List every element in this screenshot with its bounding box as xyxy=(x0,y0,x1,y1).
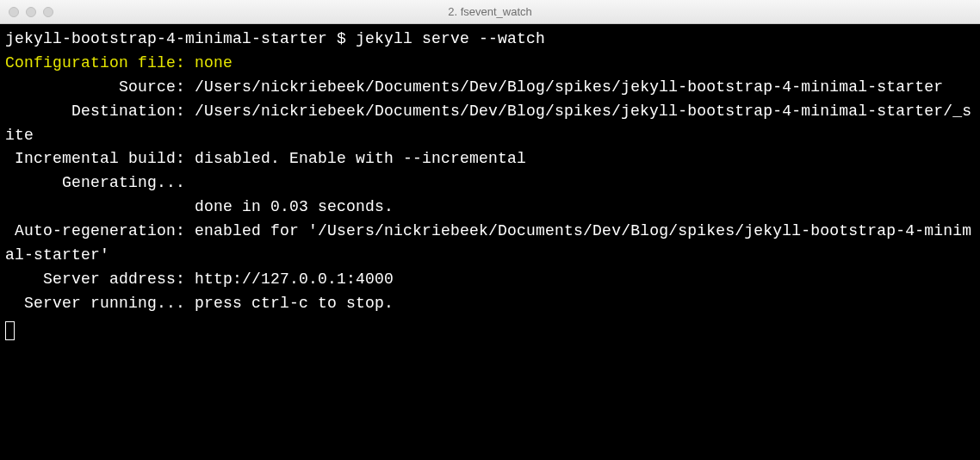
destination-line: Destination: /Users/nickriebeek/Document… xyxy=(5,103,971,144)
zoom-icon[interactable] xyxy=(43,7,53,17)
config-file-label: Configuration file: xyxy=(5,54,195,71)
server-running-line: Server running... press ctrl-c to stop. xyxy=(5,295,394,312)
terminal-output[interactable]: jekyll-bootstrap-4-minimal-starter $ jek… xyxy=(0,24,980,460)
window-titlebar: 2. fsevent_watch xyxy=(0,0,980,24)
source-line: Source: /Users/nickriebeek/Documents/Dev… xyxy=(5,78,943,96)
traffic-lights xyxy=(0,7,53,17)
incremental-line: Incremental build: disabled. Enable with… xyxy=(5,150,526,167)
cursor-icon xyxy=(5,321,15,340)
done-line: done in 0.03 seconds. xyxy=(5,198,394,215)
config-file-value: none xyxy=(195,54,233,71)
window-title: 2. fsevent_watch xyxy=(0,5,980,18)
generating-line: Generating... xyxy=(5,174,195,191)
auto-regen-line: Auto-regeneration: enabled for '/Users/n… xyxy=(5,222,971,264)
shell-prompt: jekyll-bootstrap-4-minimal-starter $ xyxy=(5,30,356,47)
minimize-icon[interactable] xyxy=(26,7,36,17)
close-icon[interactable] xyxy=(9,7,19,17)
command-text: jekyll serve --watch xyxy=(356,30,545,47)
server-address-line: Server address: http://127.0.0.1:4000 xyxy=(5,270,394,288)
